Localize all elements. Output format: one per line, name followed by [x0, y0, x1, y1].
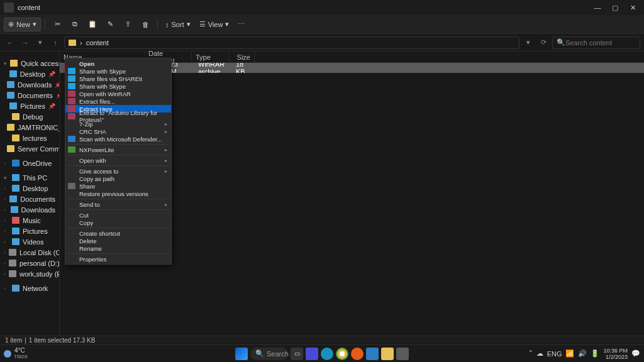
share-button[interactable]: ⇪ [119, 18, 136, 31]
sidebar-item[interactable]: ›work,study (E:) [0, 268, 59, 279]
menu-item[interactable]: 7-Zip▸ [65, 120, 171, 128]
menu-item-icon [68, 175, 75, 182]
menu-item[interactable]: CRC SHA▸ [65, 128, 171, 135]
recent-button[interactable]: ▾ [34, 36, 47, 49]
sidebar-this-pc[interactable]: ▾This PC [0, 172, 59, 183]
search-input[interactable]: 🔍 Search content [552, 36, 640, 49]
taskbar-explorer[interactable] [381, 348, 394, 360]
taskbar-app-1[interactable] [306, 348, 318, 360]
menu-item[interactable]: Extract files... [65, 97, 171, 105]
menu-item[interactable]: Delete [65, 237, 171, 244]
sidebar-item[interactable]: ›Pictures [0, 226, 59, 236]
taskbar-firefox[interactable] [351, 348, 364, 360]
taskbar-search[interactable]: 🔍Search [250, 348, 288, 360]
tray-onedrive-icon[interactable]: ☁ [536, 349, 543, 358]
back-button[interactable]: ← [4, 36, 16, 49]
menu-item[interactable]: Share with Skype [65, 67, 171, 75]
start-button[interactable] [235, 348, 248, 360]
forward-button[interactable]: → [19, 36, 31, 49]
cloud-icon [12, 160, 19, 167]
sidebar-item[interactable]: ›Local Disk (C:) [0, 247, 59, 258]
menu-item[interactable]: Copy [65, 219, 171, 226]
menu-item[interactable]: Send to▸ [65, 200, 171, 208]
delete-button[interactable]: 🗑 [137, 18, 153, 31]
taskbar-chrome[interactable] [336, 348, 348, 360]
menu-item[interactable]: Open with▸ [65, 156, 171, 164]
sidebar-item[interactable]: Desktop📌 [0, 69, 59, 79]
sidebar-item[interactable]: ›Desktop [0, 183, 59, 194]
menu-item[interactable]: Rename [65, 244, 171, 252]
paste-button[interactable]: 📋 [84, 18, 101, 31]
sidebar-item[interactable]: Pictures📌 [0, 101, 59, 111]
taskview-button[interactable]: ▭ [291, 348, 303, 360]
up-button[interactable]: ↑ [49, 36, 62, 49]
address-row: ← → ▾ ↑ › content ▾ ⟳ 🔍 Search content [0, 34, 644, 52]
sidebar-item[interactable]: ›personal (D:) [0, 258, 59, 268]
weather-widget[interactable]: 4°C Haze [4, 348, 28, 359]
sort-button[interactable]: ↕ Sort ▾ [162, 18, 194, 31]
menu-item[interactable]: Share [65, 182, 171, 190]
taskbar-edge[interactable] [321, 348, 333, 360]
new-button[interactable]: ⊕ New ▾ [4, 18, 41, 31]
sidebar-item[interactable]: Documents📌 [0, 90, 59, 101]
menu-item[interactable]: Open [65, 60, 171, 67]
cut-button[interactable]: ✂ [49, 18, 65, 31]
tray-battery-icon[interactable]: 🔋 [591, 349, 599, 358]
tray-volume-icon[interactable]: 🔊 [578, 349, 587, 358]
menu-item[interactable]: Restore previous versions [65, 190, 171, 197]
col-type[interactable]: Type [192, 52, 230, 62]
menu-item-label: Cut [79, 212, 89, 219]
menu-item[interactable]: Copy as path [65, 175, 171, 182]
more-button[interactable]: ⋯ [234, 18, 248, 31]
tray-lang[interactable]: ENG [547, 350, 562, 358]
tray-wifi-icon[interactable]: 📶 [565, 349, 574, 358]
taskbar-app-3[interactable] [396, 348, 409, 360]
refresh-button[interactable]: ⟳ [537, 36, 550, 49]
menu-item[interactable]: Extract to "Arduino Library for Proteus\… [65, 112, 171, 120]
menu-item[interactable]: Share files via SHAREit [65, 75, 171, 82]
menu-item-icon [68, 212, 75, 218]
tray-chevron[interactable]: ˄ [529, 349, 533, 358]
sidebar-item[interactable]: ›Music [0, 215, 59, 226]
sidebar-item[interactable]: Downloads📌 [0, 79, 59, 90]
sidebar-item[interactable]: ›Downloads [0, 204, 59, 215]
menu-item-label: Create shortcut [79, 230, 120, 237]
menu-item[interactable]: NXPowerLite▸ [65, 146, 171, 153]
sidebar-onedrive[interactable]: ›OneDrive [0, 158, 59, 168]
sidebar-item[interactable]: ›Videos [0, 236, 59, 247]
menu-item[interactable]: Properties [65, 255, 171, 263]
menu-item-label: Open with [79, 157, 106, 164]
menu-item-icon [68, 113, 75, 119]
menu-item[interactable]: Give access to▸ [65, 167, 171, 175]
tray-notifications-icon[interactable]: 💬 [631, 349, 640, 358]
sidebar-network[interactable]: ›Network [0, 283, 59, 293]
sidebar-item[interactable]: Server Commands [0, 143, 59, 154]
sidebar-item[interactable]: lectures [0, 133, 59, 143]
menu-item[interactable]: Scan with Microsoft Defender... [65, 135, 171, 143]
status-bar: 1 item | 1 item selected 17.3 KB [0, 336, 644, 344]
copy-button[interactable]: ⧉ [67, 18, 83, 31]
tray-clock[interactable]: 10:36 PM 1/2/2023 [603, 348, 628, 360]
address-bar[interactable]: › content [64, 36, 519, 49]
sidebar-item[interactable]: JAMTRONIC_CON [0, 122, 59, 133]
menu-item-label: NXPowerLite [79, 146, 114, 153]
folder-icon [12, 113, 19, 120]
menu-item[interactable]: Create shortcut [65, 229, 171, 237]
rename-button[interactable]: ✎ [102, 18, 118, 31]
sidebar-quick-access[interactable]: ▾Quick access [0, 58, 59, 69]
col-size[interactable]: Size [230, 52, 255, 62]
menu-item-icon [68, 68, 75, 74]
minimize-button[interactable]: — [589, 1, 606, 14]
menu-item-label: Extract files... [79, 98, 115, 105]
sidebar-item[interactable]: Debug [0, 111, 59, 122]
sidebar-item[interactable]: ›Documents [0, 194, 59, 204]
menu-item[interactable]: Share with Skype [65, 82, 171, 90]
close-button[interactable]: ✕ [624, 1, 641, 14]
menu-item[interactable]: Cut [65, 211, 171, 219]
menu-item-icon [68, 121, 75, 127]
taskbar-app-2[interactable] [366, 348, 379, 360]
address-dropdown[interactable]: ▾ [522, 36, 535, 49]
menu-item[interactable]: Open with WinRAR [65, 90, 171, 97]
view-button[interactable]: ☰ View ▾ [196, 18, 233, 31]
maximize-button[interactable]: ▢ [606, 1, 624, 14]
